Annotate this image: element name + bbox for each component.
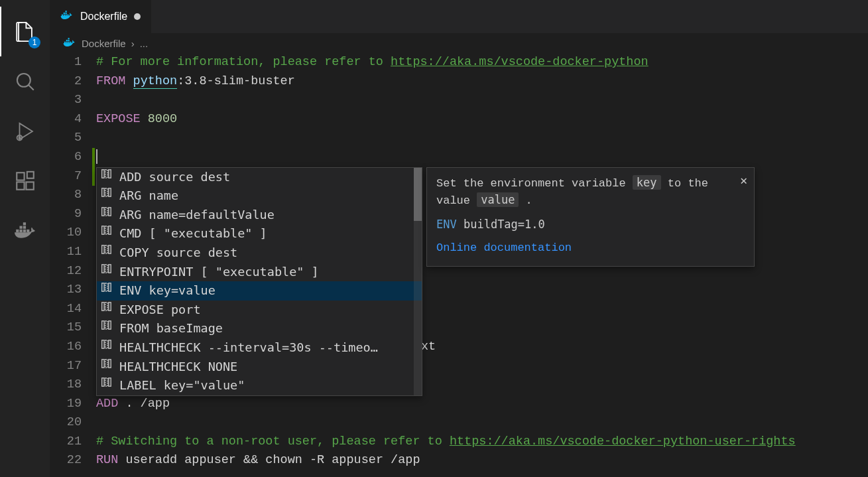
svg-rect-46 xyxy=(109,264,111,272)
suggest-item[interactable]: FROM baseImage xyxy=(97,319,422,338)
doc-link[interactable]: Online documentation xyxy=(436,241,572,254)
suggest-item[interactable]: ARG name xyxy=(97,186,422,206)
suggest-widget[interactable]: ADD source destARG nameARG name=defaultV… xyxy=(96,167,422,396)
svg-rect-9 xyxy=(19,229,22,232)
svg-rect-40 xyxy=(109,226,111,234)
svg-rect-17 xyxy=(66,15,67,16)
svg-rect-15 xyxy=(62,15,63,16)
suggest-label: ENTRYPOINT [ "executable" ] xyxy=(119,263,319,282)
svg-rect-21 xyxy=(66,11,67,12)
svg-rect-27 xyxy=(68,39,70,40)
breadcrumb-rest[interactable]: ... xyxy=(140,38,149,49)
suggest-item[interactable]: CMD [ "executable" ] xyxy=(97,224,422,243)
code-line: FROM python:3.8-slim-buster xyxy=(96,72,868,92)
code-area[interactable]: # For more information, please refer to … xyxy=(96,53,868,477)
svg-rect-64 xyxy=(109,378,111,386)
editor-group: Dockerfile Dockerfile › ... 123456789101… xyxy=(50,0,868,477)
line-number: 13 xyxy=(50,281,82,300)
svg-rect-52 xyxy=(109,303,111,310)
tab-dockerfile[interactable]: Dockerfile xyxy=(50,0,152,33)
suggest-doc-panel: ✕ Set the environment variable key to th… xyxy=(426,167,755,267)
line-number: 15 xyxy=(50,318,82,338)
suggest-label: ARG name xyxy=(119,186,178,206)
breadcrumb-separator-icon: › xyxy=(131,38,135,49)
svg-rect-16 xyxy=(64,15,65,16)
image-ref[interactable]: python xyxy=(133,74,178,89)
svg-rect-5 xyxy=(17,182,24,189)
link[interactable]: https://aka.ms/vscode-docker-python xyxy=(391,55,649,69)
svg-rect-53 xyxy=(102,321,104,329)
svg-rect-50 xyxy=(102,303,104,310)
code-line: # Switching to a non-root user, please r… xyxy=(96,433,868,452)
suggest-item[interactable]: LABEL key="value" xyxy=(97,376,422,395)
activity-run[interactable] xyxy=(0,106,50,156)
svg-rect-62 xyxy=(102,378,104,386)
svg-rect-57 xyxy=(105,340,107,348)
svg-rect-20 xyxy=(66,13,67,14)
activity-docker[interactable] xyxy=(0,206,50,255)
line-number: 2 xyxy=(50,72,82,92)
line-number: 12 xyxy=(50,262,82,281)
suggest-label: ARG name=defaultValue xyxy=(119,206,275,225)
link[interactable]: https://aka.ms/vscode-docker-python-user… xyxy=(450,435,796,448)
svg-rect-60 xyxy=(105,359,107,367)
snippet-icon xyxy=(101,338,113,358)
line-number: 16 xyxy=(50,338,82,357)
svg-rect-55 xyxy=(109,321,111,329)
svg-rect-49 xyxy=(109,283,111,291)
snippet-icon xyxy=(101,263,113,282)
line-number: 9 xyxy=(50,205,82,224)
breadcrumb[interactable]: Dockerfile › ... xyxy=(50,33,868,53)
close-icon[interactable]: ✕ xyxy=(740,172,747,191)
svg-rect-39 xyxy=(105,226,107,234)
suggest-item[interactable]: ENV key=value xyxy=(97,281,422,301)
svg-rect-4 xyxy=(17,172,24,180)
snippet-icon xyxy=(101,243,113,263)
line-number: 1 xyxy=(50,53,82,72)
line-number: 11 xyxy=(50,243,82,262)
activity-explorer[interactable]: 1 xyxy=(0,7,50,56)
svg-rect-25 xyxy=(70,41,71,42)
svg-rect-41 xyxy=(102,245,104,253)
snippet-icon xyxy=(101,186,113,206)
suggest-label: CMD [ "executable" ] xyxy=(119,224,267,243)
line-number: 18 xyxy=(50,375,82,395)
svg-rect-8 xyxy=(16,229,19,232)
activity-extensions[interactable] xyxy=(0,156,50,206)
code-line: # For more information, please refer to … xyxy=(96,53,868,72)
suggest-item[interactable]: ARG name=defaultValue xyxy=(97,206,422,225)
snippet-icon xyxy=(101,358,113,377)
svg-rect-12 xyxy=(19,226,22,228)
code-line: RUN useradd appuser && chown -R appuser … xyxy=(96,451,868,470)
svg-rect-30 xyxy=(105,169,107,177)
snippet-icon xyxy=(101,376,113,395)
suggest-label: HEALTHCHECK --interval=30s --timeo… xyxy=(119,338,378,358)
line-number-gutter: 12345678910111213141516171819202122 xyxy=(50,53,96,477)
line-number: 19 xyxy=(50,395,82,414)
suggest-item[interactable]: EXPOSE port xyxy=(97,301,422,320)
editor[interactable]: 12345678910111213141516171819202122 # Fo… xyxy=(50,53,868,477)
svg-rect-26 xyxy=(66,39,68,40)
activity-bar: 1 xyxy=(0,0,50,477)
suggest-item[interactable]: ENTRYPOINT [ "executable" ] xyxy=(97,263,422,282)
snippet-icon xyxy=(101,319,113,338)
svg-rect-10 xyxy=(23,229,25,232)
suggest-item[interactable]: HEALTHCHECK NONE xyxy=(97,358,422,377)
svg-line-1 xyxy=(28,84,33,90)
tab-bar: Dockerfile xyxy=(50,0,868,33)
activity-search[interactable] xyxy=(0,56,50,106)
suggest-item[interactable]: COPY source dest xyxy=(97,243,422,263)
suggest-item[interactable]: HEALTHCHECK --interval=30s --timeo… xyxy=(97,338,422,358)
doc-example: ENV buildTag=1.0 xyxy=(436,215,745,234)
breadcrumb-file[interactable]: Dockerfile xyxy=(82,38,126,49)
svg-rect-14 xyxy=(23,222,25,225)
svg-rect-35 xyxy=(102,208,104,216)
svg-rect-51 xyxy=(105,303,107,310)
suggest-label: EXPOSE port xyxy=(119,301,201,320)
snippet-icon xyxy=(101,224,113,243)
scrollbar-track[interactable] xyxy=(414,168,422,395)
scrollbar-thumb[interactable] xyxy=(414,168,422,221)
tab-dirty-indicator-icon[interactable] xyxy=(134,13,141,20)
suggest-item[interactable]: ADD source dest xyxy=(97,168,422,187)
svg-rect-54 xyxy=(105,321,107,329)
